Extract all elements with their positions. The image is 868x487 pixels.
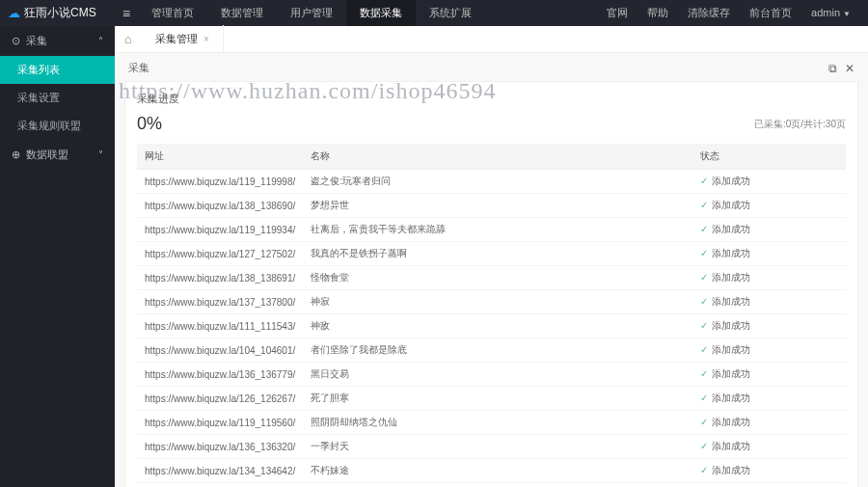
copy-icon[interactable]: ⧉ xyxy=(828,62,837,75)
top-nav-item[interactable]: 管理首页 xyxy=(138,0,207,26)
panel-tools: ⧉ ✕ xyxy=(828,62,854,75)
content-area: 采集 ⧉ ✕ https://www.huzhan.com/ishop46594… xyxy=(115,53,868,487)
cell-status: ✓添加成功 xyxy=(692,242,846,266)
table-row: https://www.biquzw.la/138_138691/怪物食堂✓添加… xyxy=(137,266,846,290)
top-right-item[interactable]: 清除缓存 xyxy=(678,0,740,27)
cell-status: ✓添加成功 xyxy=(692,314,846,338)
table-row: https://www.biquzw.la/138_138690/梦想异世✓添加… xyxy=(137,194,846,218)
table-row: https://www.biquzw.la/137_137800/神寂✓添加成功 xyxy=(137,290,846,314)
cell-url: https://www.biquzw.la/136_136320/ xyxy=(137,435,303,459)
results-table: 网址 名称 状态 https://www.biquzw.la/119_11999… xyxy=(137,144,846,483)
check-icon: ✓ xyxy=(700,272,708,283)
th-status: 状态 xyxy=(692,144,846,170)
top-right-item[interactable]: 帮助 xyxy=(637,0,678,27)
cell-url: https://www.biquzw.la/134_134642/ xyxy=(137,459,303,483)
cell-name: 一季封天 xyxy=(303,435,692,459)
group-label: 数据联盟 xyxy=(26,148,68,162)
check-icon: ✓ xyxy=(700,176,708,186)
progress-percent: 0% xyxy=(137,114,162,134)
tab-bar: ⌂ 采集管理× xyxy=(115,26,868,53)
breadcrumb-row: 采集 ⧉ ✕ xyxy=(124,59,858,81)
cloud-icon: ☁ xyxy=(8,6,20,20)
hamburger-icon[interactable]: ≡ xyxy=(115,6,138,21)
top-nav: 管理首页数据管理用户管理数据采集系统扩展 xyxy=(138,0,597,26)
cell-url: https://www.biquzw.la/104_104601/ xyxy=(137,338,303,363)
cell-status: ✓添加成功 xyxy=(692,411,846,435)
close-icon[interactable]: × xyxy=(203,34,209,44)
th-name: 名称 xyxy=(303,144,692,170)
group-label: 采集 xyxy=(26,34,47,48)
top-nav-item[interactable]: 系统扩展 xyxy=(416,0,485,26)
cell-name: 社离后，富贵我干等夫都来跪舔 xyxy=(303,218,692,242)
top-header: ☁ 狂雨小说CMS ≡ 管理首页数据管理用户管理数据采集系统扩展 官网帮助清除缓… xyxy=(0,0,868,26)
cell-name: 照阴阴却纳塔之仇仙 xyxy=(303,411,692,435)
cell-name: 死了胆寒 xyxy=(303,387,692,411)
table-row: https://www.biquzw.la/136_136320/一季封天✓添加… xyxy=(137,435,846,459)
close-panel-icon[interactable]: ✕ xyxy=(845,62,854,75)
progress-row: 0% 已采集:0页/共计:30页 xyxy=(137,114,846,134)
check-icon: ✓ xyxy=(700,224,708,234)
brand: ☁ 狂雨小说CMS xyxy=(0,5,115,21)
home-tab-icon[interactable]: ⌂ xyxy=(115,32,142,46)
cell-url: https://www.biquzw.la/119_119998/ xyxy=(137,170,303,194)
table-row: https://www.biquzw.la/136_136779/黑日交易✓添加… xyxy=(137,363,846,387)
table-row: https://www.biquzw.la/111_111543/神敌✓添加成功 xyxy=(137,314,846,338)
sidebar-item[interactable]: 采集规则联盟 xyxy=(0,112,115,140)
table-row: https://www.biquzw.la/134_134642/不朽妹途✓添加… xyxy=(137,459,846,483)
cell-url: https://www.biquzw.la/137_137800/ xyxy=(137,290,303,314)
tab-label: 采集管理 xyxy=(155,33,198,44)
cell-status: ✓添加成功 xyxy=(692,218,846,242)
table-row: https://www.biquzw.la/119_119934/社离后，富贵我… xyxy=(137,218,846,242)
top-nav-item[interactable]: 用户管理 xyxy=(277,0,346,26)
panel-title: 采集进度 xyxy=(137,92,846,106)
cell-status: ✓添加成功 xyxy=(692,363,846,387)
cell-status: ✓添加成功 xyxy=(692,387,846,411)
top-right-item[interactable]: admin▼ xyxy=(801,0,860,27)
sidebar-group[interactable]: ⊕数据联盟˅ xyxy=(0,140,115,170)
th-url: 网址 xyxy=(137,144,303,170)
group-icon: ⊙ xyxy=(12,35,20,47)
check-icon: ✓ xyxy=(700,248,708,258)
cell-status: ✓添加成功 xyxy=(692,435,846,459)
cell-status: ✓添加成功 xyxy=(692,290,846,314)
cell-name: 我真的不是铁拐子蒸啊 xyxy=(303,242,692,266)
tab[interactable]: 采集管理× xyxy=(142,25,224,53)
sidebar-item[interactable]: 采集设置 xyxy=(0,84,115,112)
check-icon: ✓ xyxy=(700,368,708,379)
cell-url: https://www.biquzw.la/119_119560/ xyxy=(137,411,303,435)
collect-panel: 采集进度 0% 已采集:0页/共计:30页 网址 名称 状态 https://w… xyxy=(124,81,858,487)
cell-status: ✓添加成功 xyxy=(692,459,846,483)
cell-name: 黑日交易 xyxy=(303,363,692,387)
table-row: https://www.biquzw.la/127_127502/我真的不是铁拐… xyxy=(137,242,846,266)
main-area: ⌂ 采集管理× 采集 ⧉ ✕ https://www.huzhan.com/is… xyxy=(115,26,868,487)
check-icon: ✓ xyxy=(700,320,708,331)
check-icon: ✓ xyxy=(700,296,708,307)
check-icon: ✓ xyxy=(700,441,708,451)
cell-name: 神敌 xyxy=(303,314,692,338)
sidebar-group[interactable]: ⊙采集˄ xyxy=(0,26,115,56)
top-right-item[interactable]: 官网 xyxy=(597,0,637,27)
cell-name: 者们坚除了我都是除底 xyxy=(303,338,692,363)
chevron-down-icon: ▼ xyxy=(843,10,851,18)
chevron-up-icon: ˄ xyxy=(98,36,103,46)
progress-status: 已采集:0页/共计:30页 xyxy=(754,118,846,131)
check-icon: ✓ xyxy=(700,344,708,355)
check-icon: ✓ xyxy=(700,417,708,427)
cell-name: 梦想异世 xyxy=(303,194,692,218)
breadcrumb: 采集 xyxy=(128,61,149,75)
chevron-down-icon: ˅ xyxy=(98,149,103,160)
top-nav-item[interactable]: 数据采集 xyxy=(346,0,416,26)
brand-text: 狂雨小说CMS xyxy=(24,5,96,21)
top-right-item[interactable]: 前台首页 xyxy=(740,0,801,27)
table-row: https://www.biquzw.la/126_126267/死了胆寒✓添加… xyxy=(137,387,846,411)
table-row: https://www.biquzw.la/119_119998/盗之俊:玩寒者… xyxy=(137,170,846,194)
cell-status: ✓添加成功 xyxy=(692,170,846,194)
group-icon: ⊕ xyxy=(12,149,20,161)
cell-status: ✓添加成功 xyxy=(692,194,846,218)
cell-name: 盗之俊:玩寒者归问 xyxy=(303,170,692,194)
table-row: https://www.biquzw.la/104_104601/者们坚除了我都… xyxy=(137,338,846,363)
top-nav-item[interactable]: 数据管理 xyxy=(207,0,277,26)
cell-name: 神寂 xyxy=(303,290,692,314)
cell-status: ✓添加成功 xyxy=(692,266,846,290)
sidebar-item[interactable]: 采集列表 xyxy=(0,56,115,84)
